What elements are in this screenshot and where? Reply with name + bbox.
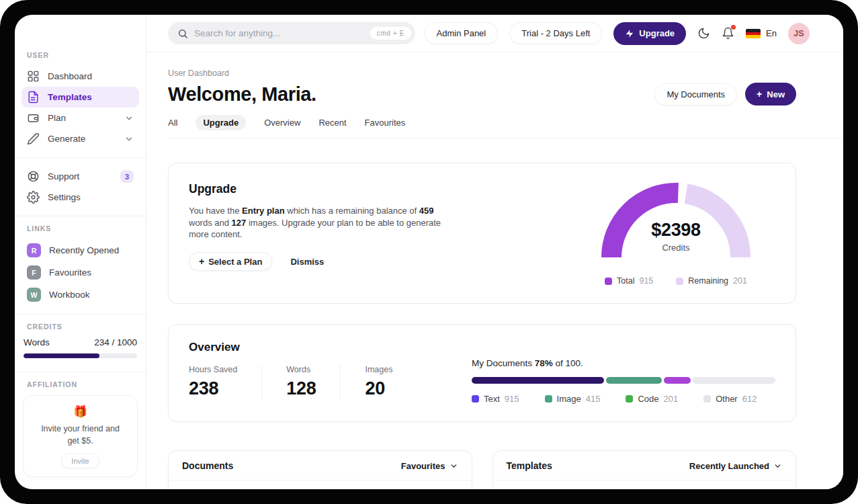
affiliation-card: 🎁 Invite your friend and get $5. Invite [23, 395, 138, 477]
templates-filter-dropdown[interactable]: Recently Launched [689, 461, 782, 471]
sidebar-link-favourites[interactable]: F Favourites [22, 261, 139, 284]
upgrade-button-label: Upgrade [639, 28, 675, 38]
upgrade-button[interactable]: Upgrade [613, 22, 686, 45]
documents-card-title: Documents [182, 460, 233, 471]
upgrade-card-title: Upgrade [189, 182, 452, 196]
invite-button[interactable]: Invite [61, 454, 99, 468]
sidebar-item-label: Templates [48, 92, 92, 102]
section-label-user: USER [22, 51, 139, 59]
select-plan-button[interactable]: + Select a Plan [189, 252, 272, 271]
sidebar-item-generate[interactable]: Generate [22, 128, 139, 149]
legend-item-text: Text 915 [472, 394, 519, 404]
app-window: USER Dashboard Templates Plan [15, 15, 843, 489]
tabs: All Upgrade Overview Recent Favourites [168, 115, 796, 130]
search-bar[interactable]: cmd + E [168, 22, 415, 44]
documents-card-header: Documents Favourites [169, 451, 472, 480]
legend-swatch [676, 278, 683, 285]
chevron-down-icon [124, 134, 134, 144]
legend-swatch [472, 395, 479, 403]
legend-swatch [626, 395, 633, 403]
documents-progress-label: My Documents 78% of 100. [472, 358, 775, 368]
my-documents-button[interactable]: My Documents [654, 83, 737, 106]
legend-item-image: Image 415 [545, 394, 601, 404]
section-label-credits: CREDITS [22, 323, 139, 331]
stat-words: Words 128 [261, 365, 340, 399]
admin-panel-button[interactable]: Admin Panel [425, 22, 499, 44]
overview-left: Overview Hours Saved 238 Words 128 [189, 341, 417, 399]
bar-segment-code [664, 377, 691, 384]
tab-all[interactable]: All [168, 115, 177, 130]
title-row: Welcome, Maria. My Documents + New [168, 83, 796, 106]
plus-icon: + [757, 89, 762, 99]
search-icon [177, 28, 188, 39]
dismiss-button[interactable]: Dismiss [290, 257, 324, 267]
link-label: Recently Opened [49, 245, 119, 255]
overview-card-title: Overview [189, 341, 417, 354]
tab-upgrade[interactable]: Upgrade [196, 115, 246, 130]
sidebar-divider [15, 372, 146, 372]
link-label: Workbook [49, 290, 90, 300]
stat-images: Images 20 [340, 365, 417, 399]
link-initial-badge: R [27, 243, 41, 257]
gauge-value: $2398 [601, 220, 751, 241]
sidebar-item-plan[interactable]: Plan [22, 108, 139, 128]
sidebar-item-label: Plan [48, 113, 66, 123]
breadcrumb: User Dashboard [168, 69, 796, 78]
bottom-row: Documents Favourites Untitled Document [168, 450, 796, 489]
sidebar-divider [15, 314, 146, 314]
credits-progress-track [24, 353, 137, 358]
notifications-button[interactable] [722, 27, 734, 40]
gauge-legend: Total 915 Remaining 201 [605, 276, 747, 286]
documents-bar-legend: Text 915 Image 415 Code 20 [472, 394, 775, 404]
tab-overview[interactable]: Overview [264, 115, 300, 130]
language-flag-icon[interactable] [746, 29, 761, 38]
stat-hours-saved: Hours Saved 238 [189, 365, 261, 399]
content: User Dashboard Welcome, Maria. My Docume… [146, 52, 843, 489]
legend-item-other: Other 612 [703, 394, 757, 404]
templates-card-header: Templates Recently Launched [493, 451, 796, 480]
upgrade-card-actions: + Select a Plan Dismiss [189, 252, 452, 271]
new-button[interactable]: + New [745, 83, 796, 106]
sidebar-item-templates[interactable]: Templates [22, 87, 139, 108]
user-avatar[interactable]: JS [788, 23, 810, 44]
trial-badge[interactable]: Trial - 2 Days Left [509, 22, 602, 44]
new-button-label: New [767, 89, 785, 99]
chevron-down-icon [449, 462, 458, 470]
sidebar: USER Dashboard Templates Plan [15, 15, 146, 489]
lifebuoy-icon [27, 170, 40, 183]
legend-item-total: Total 915 [605, 276, 653, 286]
template-row[interactable]: Blog Post Title in Workbook [493, 480, 796, 489]
sidebar-item-label: Support [48, 171, 79, 181]
moon-icon [697, 27, 710, 40]
legend-item-remaining: Remaining 201 [676, 276, 747, 286]
plus-icon: + [199, 257, 204, 266]
topbar: cmd + E Admin Panel Trial - 2 Days Left … [146, 15, 843, 52]
gauge-center: $2398 Credits [601, 220, 751, 253]
sidebar-item-label: Dashboard [48, 71, 92, 81]
sidebar-item-settings[interactable]: Settings [22, 187, 139, 208]
tab-favourites[interactable]: Favourites [365, 115, 406, 130]
documents-progress-bar [472, 377, 775, 384]
bar-segment-other [693, 377, 775, 384]
sidebar-item-support[interactable]: Support 3 [22, 166, 139, 187]
title-actions: My Documents + New [654, 83, 796, 106]
gear-icon [27, 191, 40, 204]
bolt-icon [625, 29, 634, 38]
credits-progress-fill [24, 353, 99, 358]
credits-gauge-chart: $2398 Credits [601, 182, 751, 268]
gift-icon: 🎁 [29, 405, 132, 419]
dark-mode-toggle[interactable] [697, 27, 710, 40]
tab-recent[interactable]: Recent [318, 115, 346, 130]
page-title: Welcome, Maria. [168, 83, 316, 106]
main-area: cmd + E Admin Panel Trial - 2 Days Left … [146, 15, 843, 489]
sidebar-link-recently-opened[interactable]: R Recently Opened [22, 239, 139, 261]
section-label-links: LINKS [22, 224, 139, 233]
sidebar-divider [15, 157, 146, 158]
support-count-badge: 3 [120, 170, 134, 183]
sidebar-item-dashboard[interactable]: Dashboard [22, 66, 139, 87]
document-row[interactable]: Untitled Document in Workbook [169, 480, 472, 489]
search-input[interactable] [194, 28, 364, 38]
link-initial-badge: F [27, 265, 41, 280]
documents-filter-dropdown[interactable]: Favourites [401, 461, 458, 471]
sidebar-link-workbook[interactable]: W Workbook [22, 284, 139, 306]
